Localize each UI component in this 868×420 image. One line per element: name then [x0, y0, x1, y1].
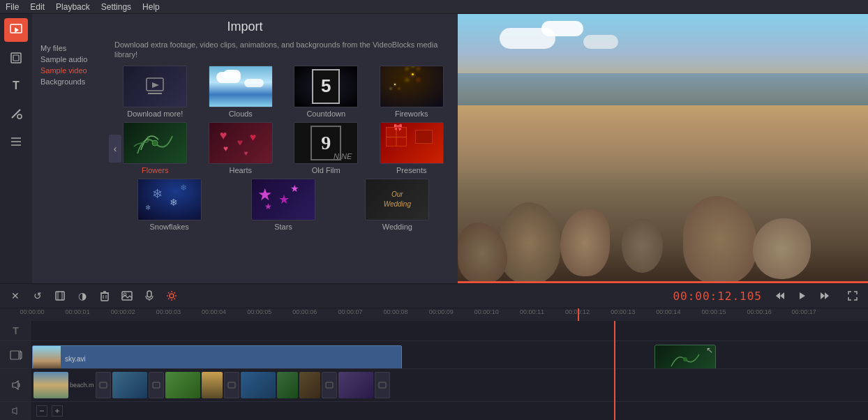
bottom-thumb-2[interactable] [112, 372, 147, 398]
settings-tool-btn[interactable] [162, 286, 181, 306]
file-tree-samplevideo[interactable]: Sample video [38, 65, 103, 76]
menu-item-edit[interactable]: Edit [30, 2, 45, 12]
svg-point-5 [17, 114, 22, 119]
track-content-controls[interactable] [32, 402, 868, 420]
svg-rect-31 [10, 351, 19, 359]
menu-item-file[interactable]: File [6, 2, 19, 12]
ruler-mark-5: 00:00:05 [247, 308, 271, 315]
clip-icon-5 [378, 381, 387, 389]
forward-btn[interactable] [815, 286, 835, 306]
bottom-thumb-icon5[interactable] [375, 372, 390, 398]
bottom-thumb-5[interactable] [241, 372, 276, 398]
fullscreen-btn[interactable] [843, 286, 862, 306]
thumb-item-presents[interactable]: 🎀 Presents [371, 122, 453, 174]
bottom-thumb-4[interactable] [202, 372, 223, 398]
svg-marker-40 [13, 407, 17, 414]
thumb-item-download[interactable]: Download more! [114, 66, 196, 118]
svg-point-25 [170, 294, 174, 298]
sidebar-icon-menu[interactable] [4, 130, 28, 153]
ruler-mark-10: 00:00:10 [474, 308, 499, 315]
thumb-item-flowers[interactable]: Flowers [114, 122, 196, 174]
thumb-img-wedding: OurWedding [365, 179, 429, 220]
grid-area: Download extra footage, video clips, ani… [109, 37, 458, 283]
svg-rect-21 [122, 292, 132, 300]
thumb-img-flowers [123, 122, 187, 164]
volume-icon [11, 406, 21, 416]
crop-icon [54, 290, 66, 301]
bottom-thumb-icon4[interactable] [322, 372, 337, 398]
svg-marker-28 [800, 292, 805, 299]
thumb-item-countdown[interactable]: 5 Countdown [285, 66, 367, 118]
image-tool-btn[interactable] [117, 286, 137, 306]
track-controls [0, 402, 868, 420]
import-icon [9, 23, 23, 37]
track-ctrl-icon1 [39, 408, 45, 414]
thumb-item-fireworks[interactable]: Fireworks [371, 66, 453, 118]
rewind-icon [775, 291, 785, 301]
rewind-btn[interactable] [770, 286, 790, 306]
thumb-item-hearts[interactable]: ♥ ♥ ♥ ♥ ♥ Hearts [200, 122, 282, 174]
fullscreen-icon [848, 291, 858, 301]
file-tree-myfiles[interactable]: My files [38, 43, 103, 54]
file-tree-backgrounds[interactable]: Backgrounds [38, 76, 103, 87]
delete-tool-btn[interactable] [95, 286, 114, 306]
clip-thumb-sky [33, 346, 61, 368]
video-clip-sky[interactable]: sky.avi [32, 345, 402, 368]
bottom-thumb-3[interactable] [165, 372, 200, 398]
menu-item-playback[interactable]: Playback [56, 2, 90, 12]
timeline-ruler[interactable]: 00:00:00 00:00:01 00:00:02 00:00:03 00:0… [0, 308, 868, 321]
ruler-mark-1: 00:00:01 [66, 308, 90, 315]
file-tree-sampleaudio[interactable]: Sample audio [38, 54, 103, 65]
crop-tool-btn[interactable] [50, 286, 70, 306]
thumb-label-oldfilm: Old Film [312, 166, 341, 174]
mic-tool-btn[interactable] [140, 286, 159, 306]
track-audio: beach.m [0, 369, 868, 402]
flowers-svg [130, 126, 179, 160]
thumb-item-clouds[interactable]: Clouds [200, 66, 282, 118]
bottom-thumb-8[interactable] [338, 372, 373, 398]
thumb-item-snowflakes[interactable]: ❄ ❄ ❄ ❄ Snowflakes [114, 179, 224, 231]
thumb-item-oldfilm[interactable]: 9 NINE Old Film [285, 122, 367, 174]
svg-rect-3 [13, 55, 19, 61]
track-control-btn2[interactable] [52, 405, 63, 417]
ruler-mark-11: 00:00:11 [520, 308, 544, 315]
bottom-thumb-7[interactable] [299, 372, 320, 398]
bottom-thumb-icon2[interactable] [149, 372, 164, 398]
audio-icon [10, 380, 22, 391]
nav-chevron-left[interactable]: ‹ [109, 135, 121, 163]
svg-rect-39 [379, 382, 386, 388]
thumb-item-wedding[interactable]: OurWedding Wedding [343, 179, 452, 231]
thumb-label-download: Download more! [127, 110, 183, 118]
close-tool-btn[interactable]: ✕ [6, 286, 25, 306]
bottom-thumb-icon3[interactable] [224, 372, 239, 398]
bottom-thumb-beach[interactable] [33, 372, 68, 398]
thumb-label-stars: Stars [274, 223, 292, 231]
track-content-audio[interactable]: beach.m [32, 369, 868, 401]
sidebar-icon-color[interactable] [4, 102, 28, 126]
track-content-text[interactable] [32, 321, 868, 340]
play-btn[interactable] [793, 286, 812, 306]
bottom-thumb-6[interactable] [277, 372, 298, 398]
thumb-img-clouds [209, 66, 273, 107]
sidebar-icon-import[interactable] [4, 18, 28, 42]
svg-marker-10 [152, 82, 159, 88]
menu-item-settings[interactable]: Settings [101, 2, 131, 12]
preview-video[interactable] [458, 14, 868, 283]
contrast-tool-btn[interactable]: ◑ [73, 286, 92, 306]
files-icon [10, 52, 22, 64]
track-ctrl-icon2 [54, 408, 60, 414]
undo-tool-btn[interactable]: ↺ [28, 286, 47, 306]
settings-icon [166, 290, 177, 301]
track-content-video[interactable]: sky.avi Flowers ↖ [32, 341, 868, 368]
clip-name-sky: sky.avi [61, 355, 90, 363]
track-control-btn1[interactable] [36, 405, 47, 417]
thumb-grid-row1: Download more! Clouds [114, 66, 452, 118]
sidebar-icon-text[interactable]: T [4, 74, 28, 98]
thumb-label-clouds: Clouds [229, 110, 253, 118]
bottom-thumb-icon1[interactable] [96, 372, 111, 398]
thumb-item-stars[interactable]: ★ ★ ★ ★ Stars [228, 179, 338, 231]
trash-icon [100, 290, 110, 301]
cursor: ↖ [706, 345, 713, 355]
sidebar-icon-files[interactable] [4, 46, 28, 70]
menu-item-help[interactable]: Help [142, 2, 160, 12]
